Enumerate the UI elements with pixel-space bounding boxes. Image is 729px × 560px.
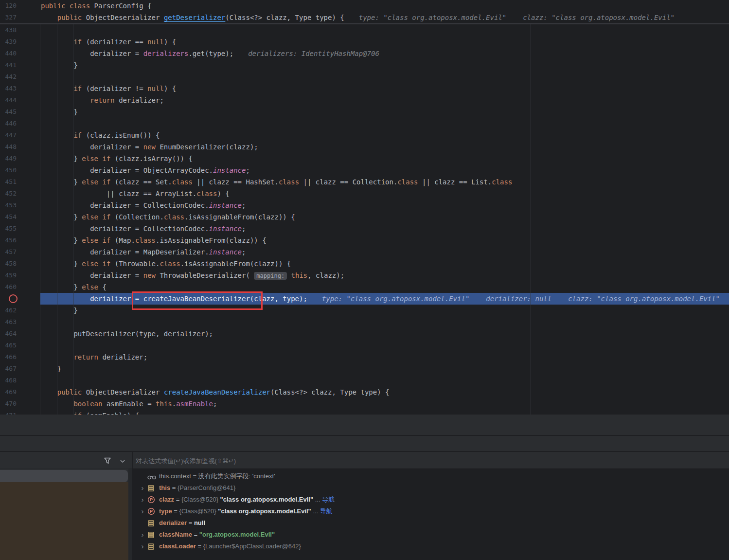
chevron-right-icon[interactable]: › — [139, 494, 146, 506]
code-line-443[interactable]: 443 if (derializer != null) { — [0, 83, 729, 94]
code-line-451[interactable]: 451 } else if (clazz == Set.class || cla… — [0, 176, 729, 188]
code-line-470[interactable]: 470 boolean asmEnable = this.asmEnable; — [0, 398, 729, 410]
line-number[interactable]: 455 — [0, 223, 17, 235]
code-line-444[interactable]: 444 return derializer; — [0, 94, 729, 106]
code-line-327[interactable]: 327 public ObjectDeserializer getDeseria… — [0, 12, 729, 23]
code-line-449[interactable]: 449 } else if (clazz.isArray()) { — [0, 153, 729, 164]
line-number[interactable]: 442 — [0, 71, 17, 83]
inline-debug-hint: clazz: "class org.atoposx.model.Evil" — [523, 14, 675, 21]
line-number[interactable]: 440 — [0, 48, 17, 59]
code-line-455[interactable]: 455 derializer = CollectionCodec.instanc… — [0, 223, 729, 235]
line-number[interactable]: 439 — [0, 36, 17, 48]
variable-name: clazz — [159, 496, 174, 503]
code-line-452[interactable]: 452 || clazz == ArrayList.class) { — [0, 188, 729, 199]
line-number[interactable]: 438 — [0, 24, 17, 36]
code-line-458[interactable]: 458 } else if (Throwable.class.isAssigna… — [0, 258, 729, 270]
variable-row-this-context[interactable]: this.context = 没有此类实例字段: 'context' — [132, 470, 729, 482]
line-number[interactable]: 469 — [0, 386, 17, 398]
navigate-link[interactable]: 导航 — [322, 496, 335, 503]
code-token: if — [102, 236, 110, 244]
line-number[interactable]: 456 — [0, 235, 17, 246]
line-number[interactable]: 452 — [0, 188, 17, 199]
line-number[interactable]: 120 — [0, 0, 17, 12]
code-line-442[interactable]: 442 — [0, 71, 729, 83]
variable-row-derializer[interactable]: derializer = null — [132, 517, 729, 529]
code-line-453[interactable]: 453 derializer = CollectionCodec.instanc… — [0, 199, 729, 211]
line-number[interactable]: 445 — [0, 106, 17, 118]
line-number[interactable]: 443 — [0, 83, 17, 94]
code-line-459[interactable]: 459 derializer = new ThrowableDeserializ… — [0, 270, 729, 281]
line-number[interactable]: 446 — [0, 118, 17, 129]
code-line-467[interactable]: 467 } — [0, 363, 729, 375]
line-number[interactable]: 462 — [0, 305, 17, 316]
code-line-465[interactable]: 465 — [0, 340, 729, 351]
line-number[interactable]: 327 — [0, 12, 17, 23]
equals-sign: = — [172, 507, 179, 515]
line-number[interactable]: 460 — [0, 281, 17, 293]
line-number[interactable]: 468 — [0, 375, 17, 386]
variable-row-className[interactable]: ›className = "org.atoposx.model.Evil" — [132, 529, 729, 541]
variable-row-classLoader[interactable]: ›classLoader = {Launcher$AppClassLoader@… — [132, 541, 729, 552]
line-number[interactable]: 458 — [0, 258, 17, 270]
code-line-469[interactable]: 469 public ObjectDeserializer createJava… — [0, 386, 729, 398]
code-line-439[interactable]: 439 if (derializer == null) { — [0, 36, 729, 48]
code-token: } — [41, 61, 78, 69]
variable-row-type[interactable]: ›Ptype = {Class@520} "class org.atoposx.… — [132, 506, 729, 517]
breakpoint-icon[interactable] — [9, 294, 18, 303]
line-number[interactable]: 444 — [0, 94, 17, 106]
line-number[interactable]: 448 — [0, 141, 17, 153]
code-line-454[interactable]: 454 } else if (Collection.class.isAssign… — [0, 211, 729, 223]
line-number[interactable]: 454 — [0, 211, 17, 223]
code-line-463[interactable]: 463 — [0, 316, 729, 328]
code-token: (Map. — [110, 236, 135, 244]
code-line-448[interactable]: 448 derializer = new EnumDeserializer(cl… — [0, 141, 729, 153]
chevron-right-icon[interactable]: › — [139, 482, 146, 494]
line-number[interactable]: 459 — [0, 270, 17, 281]
line-number[interactable]: 466 — [0, 351, 17, 363]
line-number[interactable]: 464 — [0, 328, 17, 340]
line-number[interactable]: 467 — [0, 363, 17, 375]
variable-row-clazz[interactable]: ›Pclazz = {Class@520} "class org.atoposx… — [132, 494, 729, 506]
code-line-447[interactable]: 447 if (clazz.isEnum()) { — [0, 129, 729, 141]
code-line-457[interactable]: 457 derializer = MapDeserializer.instanc… — [0, 246, 729, 258]
code-line-471[interactable]: 471 if (asmEnable) { — [0, 410, 729, 415]
line-number[interactable]: 453 — [0, 199, 17, 211]
code-line-460[interactable]: 460 } else { — [0, 281, 729, 293]
line-number[interactable]: 471 — [0, 410, 17, 415]
line-number[interactable]: 450 — [0, 164, 17, 176]
variable-row-this[interactable]: ›this = {ParserConfig@641} — [132, 482, 729, 494]
line-number[interactable]: 463 — [0, 316, 17, 328]
line-number[interactable]: 451 — [0, 176, 17, 188]
code-line-440[interactable]: 440 derializer = derializers.get(type);d… — [0, 48, 729, 59]
code-line-462[interactable]: 462 } — [0, 305, 729, 316]
code-line-446[interactable]: 446 — [0, 118, 729, 129]
line-number[interactable]: 447 — [0, 129, 17, 141]
navigate-link[interactable]: 导航 — [320, 507, 333, 515]
code-token: asmEnable — [176, 400, 213, 408]
code-editor[interactable]: 438439 if (derializer == null) {440 deri… — [0, 0, 729, 415]
code-line-468[interactable]: 468 — [0, 375, 729, 386]
chevron-right-icon[interactable]: › — [139, 506, 146, 517]
code-line-456[interactable]: 456 } else if (Map.class.isAssignableFro… — [0, 235, 729, 246]
line-number[interactable]: 441 — [0, 59, 17, 71]
variable-value: "class org.atoposx.model.Evil" — [218, 507, 311, 515]
line-number[interactable]: 449 — [0, 153, 17, 164]
code-line-441[interactable]: 441 } — [0, 59, 729, 71]
frames-list-selected-item[interactable] — [0, 470, 128, 482]
line-number[interactable]: 457 — [0, 246, 17, 258]
chevron-right-icon[interactable]: › — [139, 541, 146, 552]
code-line-438[interactable]: 438 — [0, 24, 729, 36]
filter-button[interactable] — [103, 456, 112, 466]
code-text: } else if (Collection.class.isAssignable… — [41, 211, 295, 223]
line-number[interactable]: 465 — [0, 340, 17, 351]
filter-expand-button[interactable] — [119, 458, 126, 465]
code-line-464[interactable]: 464 putDeserializer(type, derializer); — [0, 328, 729, 340]
code-line-120[interactable]: 120public class ParserConfig { — [0, 0, 729, 12]
code-line-445[interactable]: 445 } — [0, 106, 729, 118]
code-line-466[interactable]: 466 return derializer; — [0, 351, 729, 363]
code-line-461[interactable]: derializer = createJavaBeanDeserializer(… — [0, 293, 729, 305]
chevron-right-icon[interactable]: › — [139, 529, 146, 541]
watch-expression-input[interactable] — [135, 454, 574, 468]
code-line-450[interactable]: 450 derializer = ObjectArrayCodec.instan… — [0, 164, 729, 176]
line-number[interactable]: 470 — [0, 398, 17, 410]
